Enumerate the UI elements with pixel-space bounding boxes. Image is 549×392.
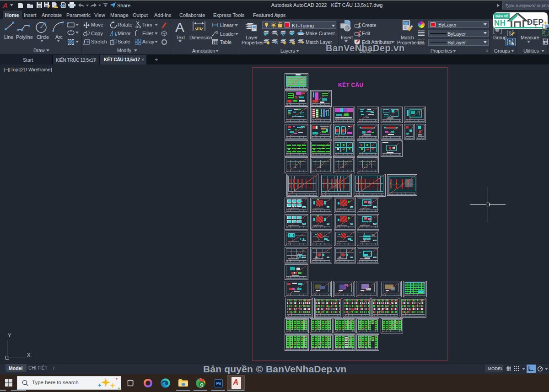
svg-text:Q: Q (200, 382, 203, 387)
